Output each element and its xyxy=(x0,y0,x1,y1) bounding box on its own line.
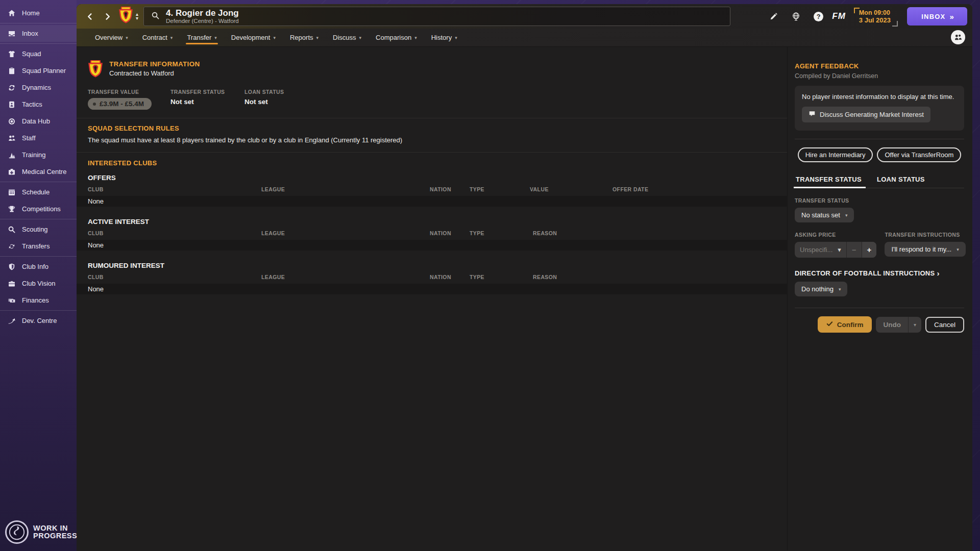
hire-intermediary-button[interactable]: Hire an Intermediary xyxy=(798,147,873,162)
column-reason[interactable]: REASON xyxy=(533,274,557,280)
sidebar-item-label: Transfers xyxy=(22,242,50,250)
divider xyxy=(795,308,964,308)
forward-button[interactable] xyxy=(102,11,112,21)
game-clock[interactable]: Mon 09:00 3 Jul 2023 xyxy=(854,8,896,26)
column-type[interactable]: TYPE xyxy=(470,230,484,236)
sidebar-item-scouting[interactable]: Scouting xyxy=(0,221,77,238)
sidebar-item-medical-centre[interactable]: Medical Centre xyxy=(0,163,77,180)
transfer-status-value: Not set xyxy=(170,98,244,106)
sidebar-item-label: Schedule xyxy=(22,188,50,196)
globe-icon[interactable] xyxy=(787,8,804,25)
tab-transfer[interactable]: Transfer▾ xyxy=(180,29,224,46)
manager-avatar[interactable] xyxy=(951,30,965,44)
tab-comparison[interactable]: Comparison▾ xyxy=(369,29,424,46)
sidebar-item-label: Dynamics xyxy=(22,84,51,91)
asking-price-dropdown[interactable]: Unspecifi... ▾ xyxy=(795,242,846,258)
transfer-instructions-label: TRANSFER INSTRUCTIONS xyxy=(885,232,965,238)
confirm-button[interactable]: Confirm xyxy=(818,316,872,333)
briefcase-icon xyxy=(7,279,16,288)
chevron-down-icon: ▾ xyxy=(170,35,173,40)
sidebar-item-data-hub[interactable]: Data Hub xyxy=(0,113,77,130)
rumoured-interest-table-header: CLUB LEAGUE NATION TYPE REASON xyxy=(77,274,787,281)
sidebar-item-finances[interactable]: Finances xyxy=(0,292,77,309)
sidebar-item-label: Data Hub xyxy=(22,117,50,125)
transfer-main-panel: TRANSFER INFORMATION Contracted to Watfo… xyxy=(77,47,787,550)
column-nation[interactable]: NATION xyxy=(430,186,451,192)
sidebar-item-club-info[interactable]: Club Info xyxy=(0,258,77,275)
cancel-button[interactable]: Cancel xyxy=(925,317,964,333)
sidebar-item-label: Home xyxy=(22,9,40,17)
transfer-status-dropdown-label: TRANSFER STATUS xyxy=(795,197,964,204)
sidebar-item-home[interactable]: Home xyxy=(0,5,77,21)
sidebar-item-club-vision[interactable]: Club Vision xyxy=(0,275,77,292)
column-club[interactable]: CLUB xyxy=(88,274,104,280)
offer-transferroom-button[interactable]: Offer via TransferRoom xyxy=(877,147,961,162)
sidebar-item-label: Training xyxy=(22,151,45,159)
sidebar-item-transfers[interactable]: Transfers xyxy=(0,238,77,255)
prev-next-player-stepper[interactable]: ▴▾ xyxy=(136,12,138,20)
wip-line1: WORK IN xyxy=(33,524,77,532)
player-search-box[interactable]: 4. Rogier de Jong Defender (Centre) - Wa… xyxy=(143,7,730,26)
column-nation[interactable]: NATION xyxy=(430,230,451,236)
tab-loan-status[interactable]: LOAN STATUS xyxy=(876,176,926,188)
column-offer-date[interactable]: OFFER DATE xyxy=(612,186,648,192)
speech-bubble-icon xyxy=(808,110,816,119)
transfer-arrows-icon xyxy=(7,242,16,251)
undo-options-chevron[interactable]: ▾ xyxy=(909,317,921,333)
sidebar-item-competitions[interactable]: Competitions xyxy=(0,201,77,217)
undo-button-group: Undo ▾ xyxy=(876,317,921,333)
undo-button[interactable]: Undo xyxy=(876,317,908,333)
transfer-instructions-dropdown[interactable]: I'll respond to it my... ▾ xyxy=(885,242,965,257)
tab-development[interactable]: Development▾ xyxy=(224,29,283,46)
help-icon[interactable]: ? xyxy=(810,8,827,25)
edit-pencil-icon[interactable] xyxy=(765,8,782,25)
sports-interactive-logo-icon xyxy=(5,520,29,544)
watford-crest-icon[interactable] xyxy=(118,7,133,26)
contracted-to-text: Contracted to Watford xyxy=(109,69,200,77)
sidebar-item-dynamics[interactable]: Dynamics xyxy=(0,79,77,96)
asking-price-decrease-button[interactable]: − xyxy=(847,242,862,258)
double-chevron-icon: » xyxy=(949,12,952,21)
column-club[interactable]: CLUB xyxy=(88,186,104,192)
sidebar-item-label: Medical Centre xyxy=(22,168,66,176)
column-league[interactable]: LEAGUE xyxy=(261,186,285,192)
chevron-down-icon: ▾ xyxy=(316,35,319,40)
sidebar-item-dev-centre[interactable]: Dev. Centre xyxy=(0,312,77,329)
transfer-status-dropdown[interactable]: No status set ▾ xyxy=(795,208,854,222)
asking-price-increase-button[interactable]: + xyxy=(862,242,877,258)
sidebar-item-squad-planner[interactable]: Squad Planner xyxy=(0,62,77,79)
column-league[interactable]: LEAGUE xyxy=(261,230,285,236)
sidebar-item-inbox[interactable]: Inbox xyxy=(0,25,77,42)
column-nation[interactable]: NATION xyxy=(430,274,451,280)
sidebar-item-schedule[interactable]: Schedule xyxy=(0,184,77,201)
sidebar-divider xyxy=(0,182,77,182)
sidebar-item-training[interactable]: Training xyxy=(0,146,77,163)
inbox-continue-button[interactable]: INBOX » xyxy=(907,7,967,26)
tab-reports[interactable]: Reports▾ xyxy=(283,29,326,46)
tab-contract[interactable]: Contract▾ xyxy=(135,29,180,46)
fm-logo[interactable]: FM xyxy=(832,11,846,21)
chevron-down-icon: ▾ xyxy=(838,246,841,254)
sidebar-divider xyxy=(0,310,77,311)
back-button[interactable] xyxy=(85,11,95,21)
sidebar-item-staff[interactable]: Staff xyxy=(0,130,77,146)
column-league[interactable]: LEAGUE xyxy=(261,274,285,280)
sidebar-item-squad[interactable]: Squad xyxy=(0,45,77,62)
work-in-progress-badge: WORK IN PROGRESS xyxy=(5,520,77,544)
column-type[interactable]: TYPE xyxy=(470,274,484,280)
tab-overview[interactable]: Overview▾ xyxy=(88,29,135,46)
tab-discuss[interactable]: Discuss▾ xyxy=(326,29,369,46)
top-bar: ▴▾ 4. Rogier de Jong Defender (Centre) -… xyxy=(77,4,972,29)
clipboard-icon xyxy=(7,66,16,75)
column-type[interactable]: TYPE xyxy=(470,186,484,192)
tab-history[interactable]: History▾ xyxy=(424,29,464,46)
column-reason[interactable]: REASON xyxy=(533,230,557,236)
director-of-football-instructions-header[interactable]: DIRECTOR OF FOOTBALL INSTRUCTIONS › xyxy=(795,269,964,278)
column-value[interactable]: VALUE xyxy=(530,186,549,192)
tab-transfer-status[interactable]: TRANSFER STATUS xyxy=(795,176,863,188)
discuss-market-interest-button[interactable]: Discuss Generating Market Interest xyxy=(802,107,930,122)
sidebar-item-tactics[interactable]: Tactics xyxy=(0,96,77,113)
column-club[interactable]: CLUB xyxy=(88,230,104,236)
dof-action-dropdown[interactable]: Do nothing ▾ xyxy=(795,282,847,296)
transfer-value-pill[interactable]: £3.9M - £5.4M xyxy=(88,98,152,110)
